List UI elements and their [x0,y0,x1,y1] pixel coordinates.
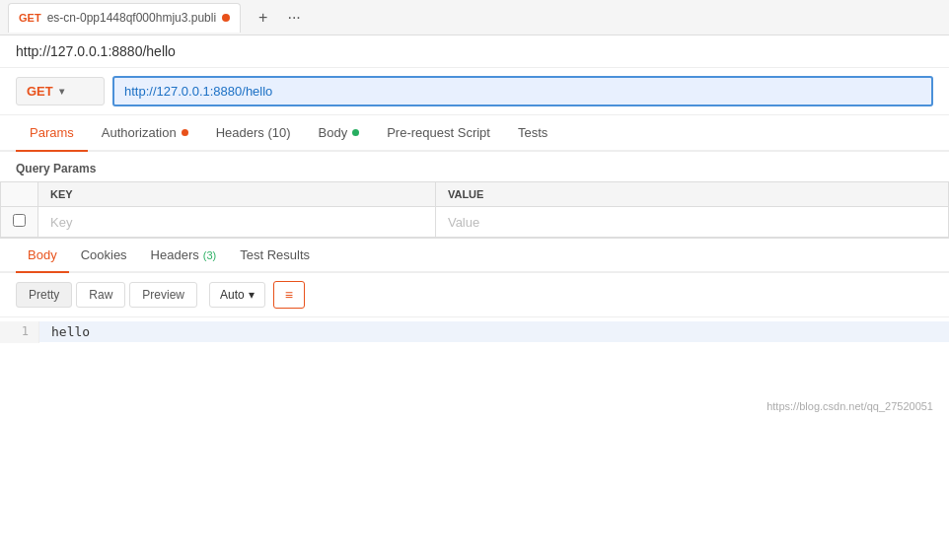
table-row: Key Value [1,207,949,238]
chevron-down-icon: ▾ [59,86,64,97]
tab-authorization-label: Authorization [102,125,177,140]
tab-actions: + ··· [253,7,307,29]
response-headers-label: Headers [151,247,199,262]
wrap-icon: ≡ [285,287,293,303]
browser-tab[interactable]: GET es-cn-0pp1448qf000hmju3.publi [8,3,241,33]
tab-active-dot [222,14,230,22]
value-placeholder: Value [448,215,479,230]
tab-pre-request-label: Pre-request Script [387,125,490,140]
tab-method: GET [19,12,41,24]
watermark-text: https://blog.csdn.net/qq_27520051 [766,400,933,412]
query-params-label: Query Params [0,152,949,181]
response-cookies-label: Cookies [81,247,127,262]
response-body-label: Body [28,247,57,262]
key-cell[interactable]: Key [38,207,436,238]
params-table: KEY VALUE Key Value [0,181,949,238]
body-dot [352,129,359,136]
auto-select[interactable]: Auto ▾ [209,282,265,308]
request-tabs-nav: Params Authorization Headers (10) Body P… [0,115,949,152]
line-number: 1 [0,321,39,343]
auto-chevron-icon: ▾ [249,288,255,302]
tab-authorization[interactable]: Authorization [88,115,202,152]
key-column-header: KEY [38,182,436,207]
line-content: hello [39,321,949,342]
tab-headers[interactable]: Headers (10) [202,115,305,152]
tab-body[interactable]: Body [305,115,374,152]
url-bar-area: http://127.0.0.1:8880/hello [0,35,949,68]
response-tab-headers[interactable]: Headers (3) [139,239,229,273]
request-bar: GET ▾ [0,68,949,115]
row-checkbox-cell[interactable] [1,207,38,238]
tab-label: es-cn-0pp1448qf000hmju3.publi [47,11,216,25]
value-cell[interactable]: Value [435,207,948,238]
method-selector[interactable]: GET ▾ [16,77,105,105]
value-column-header: VALUE [435,182,948,207]
tab-tests[interactable]: Tests [504,115,561,152]
response-tabs-nav: Body Cookies Headers (3) Test Results [0,239,949,273]
preview-button[interactable]: Preview [129,282,197,308]
wrap-button[interactable]: ≡ [273,281,305,309]
watermark: https://blog.csdn.net/qq_27520051 [0,396,949,416]
response-tab-cookies[interactable]: Cookies [69,239,139,273]
method-text: GET [27,84,53,99]
response-test-results-label: Test Results [240,247,310,262]
new-tab-button[interactable]: + [253,7,273,29]
authorization-dot [182,129,188,136]
key-placeholder: Key [50,215,72,230]
pretty-button[interactable]: Pretty [16,282,72,308]
response-body: 1 hello [0,317,949,396]
url-input[interactable] [112,76,933,106]
tab-pre-request-script[interactable]: Pre-request Script [373,115,504,152]
tab-headers-label: Headers (10) [216,125,291,140]
url-display: http://127.0.0.1:8880/hello [16,43,176,59]
tab-body-label: Body [319,125,348,140]
query-params-section: Query Params KEY VALUE Key Value [0,152,949,238]
checkbox-col-header [1,182,38,207]
tab-params-label: Params [30,125,74,140]
raw-button[interactable]: Raw [76,282,125,308]
tab-tests-label: Tests [518,125,548,140]
response-toolbar: Pretty Raw Preview Auto ▾ ≡ [0,273,949,317]
row-checkbox[interactable] [13,214,26,227]
response-line: 1 hello [0,317,949,347]
tab-bar: GET es-cn-0pp1448qf000hmju3.publi + ··· [0,0,949,35]
response-tab-test-results[interactable]: Test Results [228,239,322,273]
more-tabs-button[interactable]: ··· [281,7,306,29]
auto-label: Auto [220,288,245,302]
headers-badge: (3) [203,249,216,261]
response-section: Body Cookies Headers (3) Test Results Pr… [0,238,949,416]
response-tab-body[interactable]: Body [16,239,69,273]
tab-params[interactable]: Params [16,115,88,152]
